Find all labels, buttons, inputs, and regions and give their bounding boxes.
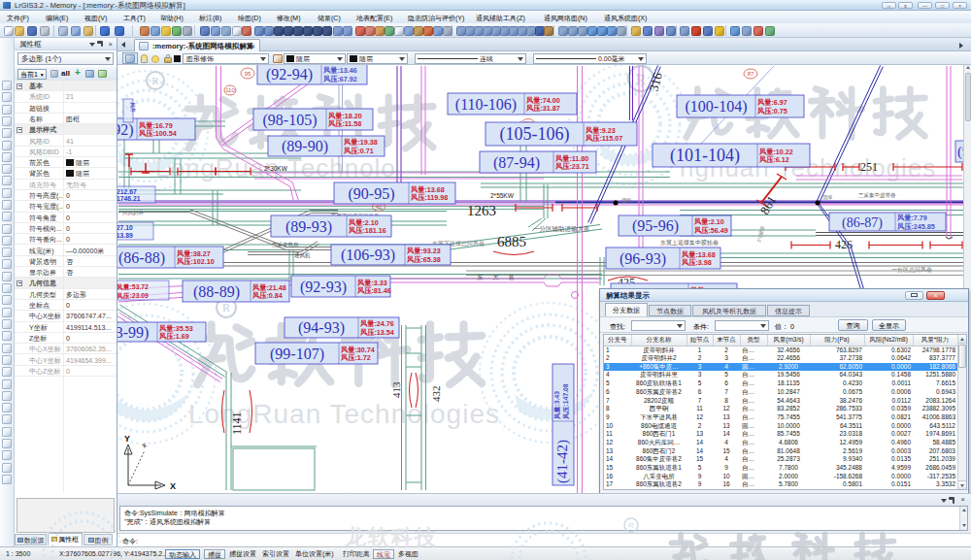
svg-text:风压:0.71: 风压:0.71 bbox=[343, 147, 374, 155]
svg-text:风压:147.08: 风压:147.08 bbox=[562, 383, 570, 420]
svg-text:(87-94): (87-94) bbox=[493, 154, 540, 172]
svg-text:(110-106): (110-106) bbox=[455, 96, 517, 114]
svg-text:R: R bbox=[222, 301, 230, 314]
svg-text:(92-93): (92-93) bbox=[300, 279, 347, 296]
svg-text:风量:53.72: 风量:53.72 bbox=[117, 283, 149, 291]
svg-text:110: 110 bbox=[225, 87, 235, 93]
svg-text:一分区总回风巷: 一分区总回风巷 bbox=[891, 266, 932, 274]
svg-text:风压:23.71: 风压:23.71 bbox=[554, 162, 589, 171]
svg-text:(88-89): (88-89) bbox=[193, 283, 240, 301]
svg-text:风压:119.98: 风压:119.98 bbox=[410, 193, 448, 202]
svg-text:风压:115.07: 风压:115.07 bbox=[585, 134, 622, 143]
svg-text:95: 95 bbox=[245, 71, 251, 77]
svg-text:风量:3.43: 风量:3.43 bbox=[553, 391, 561, 420]
svg-text:42: 42 bbox=[376, 204, 383, 210]
svg-text:东 大 巷: 东 大 巷 bbox=[477, 274, 519, 280]
svg-text:(86-87): (86-87) bbox=[842, 215, 883, 231]
svg-text:(95-96): (95-96) bbox=[632, 217, 679, 235]
svg-text:风压:81.46: 风压:81.46 bbox=[356, 286, 391, 295]
svg-text:风压:0.75: 风压:0.75 bbox=[756, 107, 787, 115]
svg-text:风压:67.92: 风压:67.92 bbox=[322, 75, 357, 83]
svg-text:风压:181.16: 风压:181.16 bbox=[348, 226, 386, 235]
svg-text:413: 413 bbox=[390, 381, 402, 398]
svg-text:(96-93): (96-93) bbox=[619, 250, 666, 268]
svg-text:6885: 6885 bbox=[497, 234, 526, 249]
svg-text:3-99): 3-99) bbox=[117, 324, 149, 342]
svg-text:(92-94): (92-94) bbox=[266, 66, 313, 83]
svg-text:风井: 风井 bbox=[130, 102, 136, 114]
svg-text:432: 432 bbox=[430, 386, 442, 403]
svg-text:通风机: 通风机 bbox=[294, 251, 311, 259]
svg-text:2*55KW: 2*55KW bbox=[490, 192, 515, 199]
svg-text:(99-107): (99-107) bbox=[270, 346, 324, 363]
svg-text:251: 251 bbox=[860, 160, 878, 174]
svg-text:x: x bbox=[141, 441, 149, 450]
svg-text:(41-42): (41-42) bbox=[554, 440, 571, 483]
svg-text:风压:13.54: 风压:13.54 bbox=[359, 328, 394, 337]
svg-text:316: 316 bbox=[646, 71, 665, 93]
svg-text:风压:102.10: 风压:102.10 bbox=[176, 257, 215, 266]
svg-text:(106-93): (106-93) bbox=[341, 247, 395, 264]
svg-text:92): 92) bbox=[117, 121, 134, 139]
svg-text:R: R bbox=[151, 75, 159, 86]
svg-text:426: 426 bbox=[835, 238, 853, 251]
svg-text:东翼上返煤集中胶轮巷: 东翼上返煤集中胶轮巷 bbox=[660, 239, 719, 247]
svg-text:213.89: 213.89 bbox=[117, 232, 133, 239]
svg-text:一分区辅助运输大巷: 一分区辅助运输大巷 bbox=[533, 225, 590, 233]
svg-text:(89-90): (89-90) bbox=[282, 138, 328, 155]
svg-text:风压:3.98: 风压:3.98 bbox=[681, 258, 712, 267]
svg-text:风压:245.85: 风压:245.85 bbox=[896, 222, 935, 231]
svg-text:(101-104): (101-104) bbox=[670, 146, 740, 166]
svg-text:(86-88): (86-88) bbox=[118, 249, 165, 267]
svg-text:风压:56.49: 风压:56.49 bbox=[693, 226, 728, 235]
svg-text:风压:65.38: 风压:65.38 bbox=[406, 255, 441, 264]
svg-text:(105-106): (105-106) bbox=[500, 124, 570, 145]
svg-text:(89-93): (89-93) bbox=[285, 218, 332, 236]
svg-text:87: 87 bbox=[748, 71, 754, 77]
svg-text:溜煤: 溜煤 bbox=[822, 194, 832, 201]
svg-text:风压:1.69: 风压:1.69 bbox=[158, 332, 189, 341]
svg-text:风压:1.72: 风压:1.72 bbox=[340, 353, 371, 362]
svg-text:1746.21: 1746.21 bbox=[117, 195, 141, 202]
svg-text:1141: 1141 bbox=[230, 412, 244, 435]
svg-text:三采变电所: 三采变电所 bbox=[272, 242, 299, 248]
svg-text:风压:0.84: 风压:0.84 bbox=[251, 291, 283, 300]
svg-text:212.67: 212.67 bbox=[117, 188, 137, 195]
svg-text:三采集中皮带巷: 三采集中皮带巷 bbox=[858, 192, 896, 199]
svg-text:1263: 1263 bbox=[467, 203, 496, 218]
svg-text:(100-104): (100-104) bbox=[686, 98, 748, 115]
svg-text:(90-95): (90-95) bbox=[349, 185, 395, 203]
svg-text:2*2胶带: 2*2胶带 bbox=[755, 225, 766, 244]
svg-text:(94-93): (94-93) bbox=[298, 319, 345, 337]
svg-text:(98-105): (98-105) bbox=[263, 112, 318, 129]
svg-text:回风斜井: 回风斜井 bbox=[122, 210, 145, 216]
svg-text:127.10: 127.10 bbox=[117, 224, 133, 231]
svg-text:风压:31.87: 风压:31.87 bbox=[525, 104, 560, 113]
svg-text:风压:23.09: 风压:23.09 bbox=[117, 292, 149, 300]
svg-text:861: 861 bbox=[757, 193, 780, 216]
svg-text:Y: Y bbox=[124, 434, 130, 444]
svg-text:风压:6.12: 风压:6.12 bbox=[758, 155, 789, 164]
svg-text:风压:100.54: 风压:100.54 bbox=[138, 129, 177, 138]
svg-text:溜煤: 溜煤 bbox=[621, 197, 631, 204]
svg-text:2*30KW: 2*30KW bbox=[264, 165, 288, 172]
svg-text:风压:11.58: 风压:11.58 bbox=[327, 119, 361, 128]
svg-text:X: X bbox=[170, 481, 176, 491]
svg-text:R: R bbox=[636, 72, 646, 87]
